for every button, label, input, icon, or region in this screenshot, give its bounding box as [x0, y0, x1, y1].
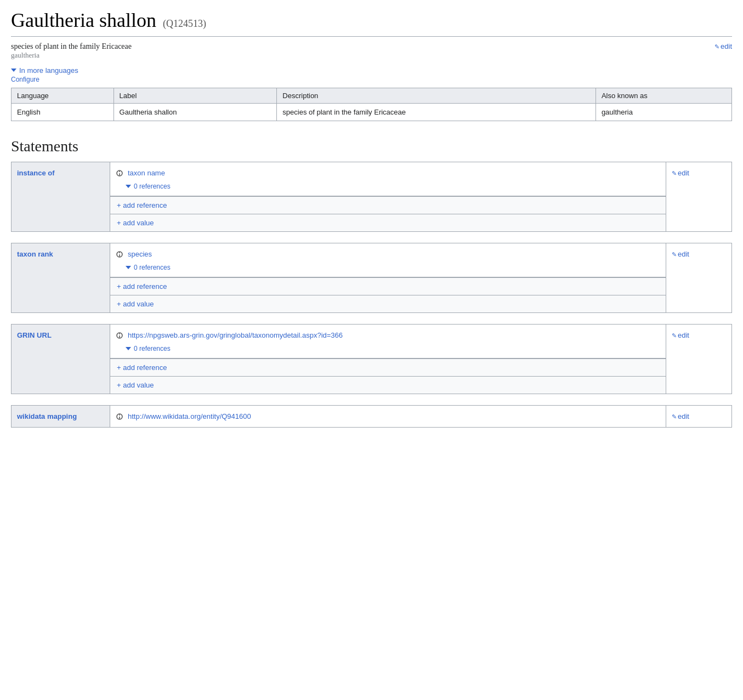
actions-instance-of: + add reference	[110, 196, 666, 214]
property-taxon-rank[interactable]: taxon rank	[12, 243, 110, 312]
statement-grin-url: GRIN URL https://npgsweb.ars-grin.gov/gr…	[11, 324, 732, 394]
statement-values-grin-url: https://npgsweb.ars-grin.gov/gringlobal/…	[110, 325, 666, 394]
pencil-icon: ✎	[714, 43, 719, 50]
statement-values-wikidata-mapping: http://www.wikidata.org/entity/Q941600	[110, 406, 666, 427]
cell-language: English	[12, 103, 114, 121]
triangle-down-icon	[126, 347, 131, 350]
pencil-icon: ✎	[672, 332, 677, 339]
value-line: taxon name	[116, 169, 660, 177]
statement-instance-of: instance of taxon name 0 references	[11, 162, 732, 232]
property-wikidata-mapping-link[interactable]: wikidata mapping	[17, 412, 77, 420]
add-value-row-instance-of: + add value	[110, 214, 666, 231]
cell-description: species of plant in the family Ericaceae	[277, 103, 596, 121]
page-title-area: Gaultheria shallon (Q124513)	[11, 9, 732, 37]
col-label: Label	[114, 88, 277, 103]
property-taxon-rank-link[interactable]: taxon rank	[17, 250, 53, 258]
property-grin-url[interactable]: GRIN URL	[12, 325, 110, 394]
pencil-icon: ✎	[672, 170, 677, 177]
description-text: species of plant in the family Ericaceae	[11, 42, 132, 51]
statement-values-taxon-rank: species 0 references + add reference + a…	[110, 243, 666, 312]
value-taxon-name-link[interactable]: taxon name	[128, 169, 165, 177]
cell-also-known-as: gaultheria	[595, 103, 731, 121]
add-value-row-taxon-rank: + add value	[110, 295, 666, 312]
add-value-link-taxon-rank[interactable]: + add value	[117, 300, 154, 308]
rank-icon	[116, 169, 123, 177]
actions-grin-url: + add reference	[110, 358, 666, 376]
col-description: Description	[277, 88, 596, 103]
property-grin-url-link[interactable]: GRIN URL	[17, 331, 52, 339]
in-more-languages-toggle[interactable]: In more languages	[11, 66, 78, 75]
edit-link-grin-url[interactable]: ✎edit	[672, 331, 689, 339]
alias-text: gaultheria	[11, 51, 132, 60]
cell-label: Gaultheria shallon	[114, 103, 277, 121]
description-block: species of plant in the family Ericaceae…	[11, 42, 132, 63]
add-reference-link-taxon-rank[interactable]: + add reference	[117, 282, 659, 291]
languages-table: Language Label Description Also known as…	[11, 88, 732, 121]
references-toggle-grin-url[interactable]: 0 references	[116, 344, 660, 352]
value-line: species	[116, 250, 660, 258]
table-row: English Gaultheria shallon species of pl…	[12, 103, 732, 121]
configure-link[interactable]: Configure	[11, 76, 732, 83]
rank-icon	[116, 413, 123, 420]
edit-link-instance-of[interactable]: ✎edit	[672, 169, 689, 177]
edit-area-grin-url: ✎edit	[666, 325, 731, 394]
triangle-down-icon	[11, 69, 16, 72]
statement-taxon-rank: taxon rank species 0 references	[11, 243, 732, 313]
property-instance-of-link[interactable]: instance of	[17, 169, 55, 177]
edit-link-wikidata-mapping[interactable]: ✎edit	[672, 412, 689, 420]
value-row-grin-url: https://npgsweb.ars-grin.gov/gringlobal/…	[110, 325, 666, 358]
value-row-wikidata-mapping: http://www.wikidata.org/entity/Q941600	[110, 406, 666, 426]
page-title: Gaultheria shallon	[11, 9, 156, 32]
rank-icon	[116, 251, 123, 258]
value-row-instance-of: taxon name 0 references	[110, 162, 666, 196]
col-language: Language	[12, 88, 114, 103]
value-species-link[interactable]: species	[128, 250, 152, 258]
pencil-icon: ✎	[672, 251, 677, 258]
rank-icon	[116, 332, 123, 339]
statement-values-instance-of: taxon name 0 references + add reference …	[110, 162, 666, 231]
value-row-taxon-rank: species 0 references	[110, 243, 666, 277]
actions-taxon-rank: + add reference	[110, 277, 666, 295]
edit-area-wikidata-mapping: ✎edit	[666, 406, 731, 427]
add-value-link-instance-of[interactable]: + add value	[117, 219, 154, 227]
value-line: http://www.wikidata.org/entity/Q941600	[116, 412, 660, 420]
col-also-known-as: Also known as	[595, 88, 731, 103]
add-reference-link-instance-of[interactable]: + add reference	[117, 201, 659, 209]
add-value-row-grin-url: + add value	[110, 376, 666, 394]
statement-wikidata-mapping: wikidata mapping http://www.wikidata.org…	[11, 405, 732, 428]
triangle-down-icon	[126, 266, 131, 269]
edit-area-taxon-rank: ✎edit	[666, 243, 731, 312]
value-wikidata-mapping-link[interactable]: http://www.wikidata.org/entity/Q941600	[128, 412, 251, 420]
value-grin-url-link[interactable]: https://npgsweb.ars-grin.gov/gringlobal/…	[128, 331, 343, 339]
statements-heading: Statements	[11, 138, 732, 155]
edit-link-taxon-rank[interactable]: ✎edit	[672, 250, 689, 258]
edit-area-instance-of: ✎edit	[666, 162, 731, 231]
triangle-down-icon	[126, 185, 131, 188]
add-reference-link-grin-url[interactable]: + add reference	[117, 363, 659, 372]
references-toggle-instance-of[interactable]: 0 references	[116, 181, 660, 190]
add-value-link-grin-url[interactable]: + add value	[117, 381, 154, 389]
description-area: species of plant in the family Ericaceae…	[11, 42, 732, 63]
references-toggle-taxon-rank[interactable]: 0 references	[116, 263, 660, 271]
value-line: https://npgsweb.ars-grin.gov/gringlobal/…	[116, 331, 660, 339]
property-instance-of[interactable]: instance of	[12, 162, 110, 231]
pencil-icon: ✎	[672, 413, 677, 420]
property-wikidata-mapping[interactable]: wikidata mapping	[12, 406, 110, 427]
page-edit-link[interactable]: ✎edit	[714, 42, 732, 50]
page-qid: (Q124513)	[163, 18, 206, 30]
